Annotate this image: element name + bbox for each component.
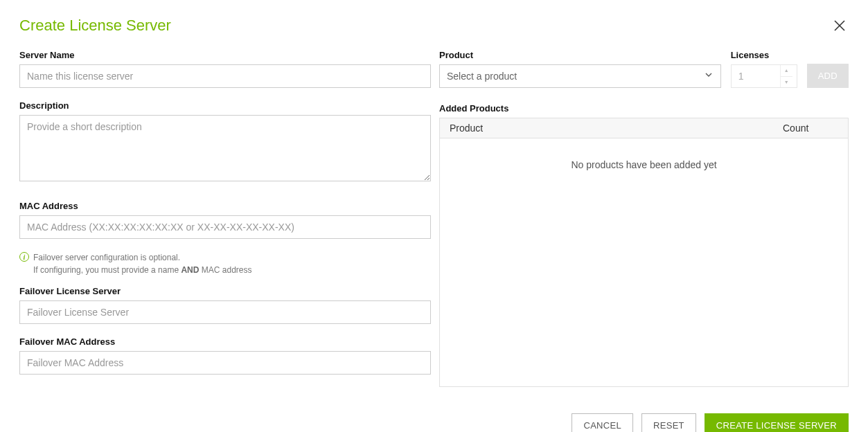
failover-server-label: Failover License Server [19,286,431,296]
stepper-up-icon[interactable]: ▲ [781,65,792,77]
close-icon [833,19,846,32]
stepper-down-icon[interactable]: ▼ [781,77,792,88]
added-products-label: Added Products [439,103,849,114]
failover-info-note: i Failover server configuration is optio… [19,251,431,276]
page-title: Create License Server [19,17,171,35]
create-license-server-button[interactable]: CREATE LICENSE SERVER [705,413,849,432]
description-input[interactable] [19,115,431,181]
table-header-product: Product [450,123,783,134]
empty-products-message: No products have been added yet [440,138,848,170]
cancel-button[interactable]: CANCEL [572,413,633,432]
product-select[interactable]: Select a product [439,64,721,88]
description-label: Description [19,100,431,111]
product-select-value: Select a product [440,65,720,87]
mac-address-label: MAC Address [19,201,431,211]
failover-mac-label: Failover MAC Address [19,336,431,347]
add-button[interactable]: ADD [807,64,849,88]
server-name-input[interactable] [19,64,431,88]
info-line-1: Failover server configuration is optiona… [33,251,251,264]
added-products-table: Product Count No products have been adde… [439,118,849,387]
reset-button[interactable]: RESET [641,413,696,432]
info-icon: i [19,252,29,262]
licenses-input[interactable] [732,65,780,87]
server-name-label: Server Name [19,50,431,60]
close-button[interactable] [831,17,849,35]
licenses-label: Licenses [731,50,797,60]
table-header-count: Count [783,123,838,134]
product-label: Product [439,50,721,60]
licenses-stepper[interactable]: ▲ ▼ [731,64,797,88]
failover-server-input[interactable] [19,300,431,324]
info-line-2: If configuring, you must provide a name … [33,264,251,276]
failover-mac-input[interactable] [19,351,431,375]
mac-address-input[interactable] [19,215,431,239]
